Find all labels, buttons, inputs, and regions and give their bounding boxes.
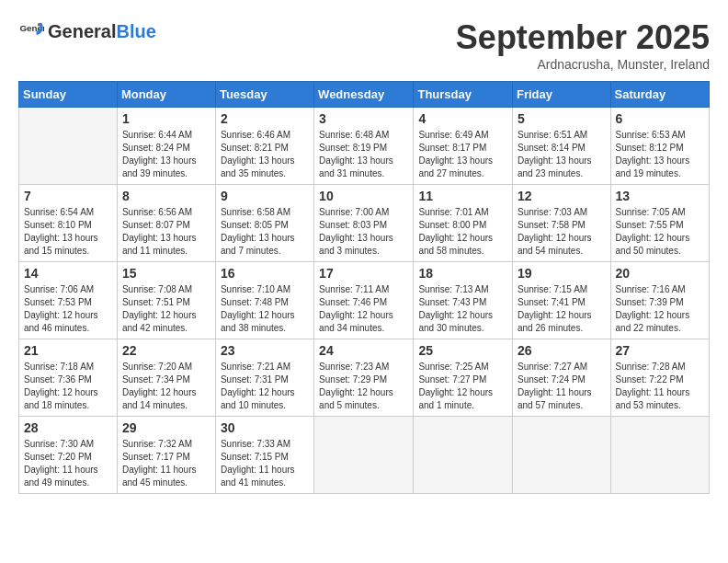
day-info: Sunrise: 7:15 AMSunset: 7:41 PMDaylight:… xyxy=(518,283,606,335)
calendar-cell: 28Sunrise: 7:30 AMSunset: 7:20 PMDayligh… xyxy=(19,417,118,494)
logo: General General Blue xyxy=(18,18,156,44)
day-number: 1 xyxy=(122,111,210,126)
day-number: 15 xyxy=(122,266,210,281)
calendar-cell: 12Sunrise: 7:03 AMSunset: 7:58 PMDayligh… xyxy=(513,185,611,262)
calendar-cell: 21Sunrise: 7:18 AMSunset: 7:36 PMDayligh… xyxy=(19,339,118,417)
day-number: 4 xyxy=(418,111,507,126)
day-number: 23 xyxy=(221,343,309,358)
day-number: 20 xyxy=(616,266,704,281)
day-info: Sunrise: 6:51 AMSunset: 8:14 PMDaylight:… xyxy=(518,129,606,180)
calendar-cell: 15Sunrise: 7:08 AMSunset: 7:51 PMDayligh… xyxy=(117,262,215,339)
calendar-cell: 23Sunrise: 7:21 AMSunset: 7:31 PMDayligh… xyxy=(215,339,313,417)
day-info: Sunrise: 7:27 AMSunset: 7:24 PMDaylight:… xyxy=(518,361,606,412)
calendar-cell: 10Sunrise: 7:00 AMSunset: 8:03 PMDayligh… xyxy=(314,185,414,262)
day-number: 8 xyxy=(122,189,210,203)
calendar-cell: 22Sunrise: 7:20 AMSunset: 7:34 PMDayligh… xyxy=(117,339,215,417)
weekday-header: Friday xyxy=(513,82,611,108)
day-info: Sunrise: 7:03 AMSunset: 7:58 PMDaylight:… xyxy=(518,206,606,258)
day-info: Sunrise: 7:05 AMSunset: 7:55 PMDaylight:… xyxy=(616,206,704,258)
day-number: 28 xyxy=(24,420,112,435)
calendar-cell xyxy=(414,417,513,494)
day-number: 14 xyxy=(24,266,112,281)
day-info: Sunrise: 7:13 AMSunset: 7:43 PMDaylight:… xyxy=(418,283,507,335)
calendar-cell: 8Sunrise: 6:56 AMSunset: 8:07 PMDaylight… xyxy=(117,185,215,262)
day-number: 18 xyxy=(418,266,507,281)
day-info: Sunrise: 6:44 AMSunset: 8:24 PMDaylight:… xyxy=(122,129,210,180)
calendar-cell: 13Sunrise: 7:05 AMSunset: 7:55 PMDayligh… xyxy=(610,185,709,262)
day-number: 5 xyxy=(518,111,606,126)
day-number: 7 xyxy=(24,189,112,203)
day-number: 10 xyxy=(319,189,408,203)
day-info: Sunrise: 6:53 AMSunset: 8:12 PMDaylight:… xyxy=(616,129,704,180)
day-info: Sunrise: 7:25 AMSunset: 7:27 PMDaylight:… xyxy=(418,361,507,412)
weekday-header: Sunday xyxy=(19,82,118,108)
logo-blue-text: Blue xyxy=(116,21,155,42)
day-info: Sunrise: 7:16 AMSunset: 7:39 PMDaylight:… xyxy=(616,283,704,335)
day-number: 29 xyxy=(122,420,210,435)
logo-icon: General xyxy=(18,18,44,44)
day-number: 30 xyxy=(221,420,309,435)
day-info: Sunrise: 7:32 AMSunset: 7:17 PMDaylight:… xyxy=(122,438,210,489)
day-info: Sunrise: 6:48 AMSunset: 8:19 PMDaylight:… xyxy=(319,129,408,180)
calendar-week-row: 21Sunrise: 7:18 AMSunset: 7:36 PMDayligh… xyxy=(19,339,710,417)
day-info: Sunrise: 7:33 AMSunset: 7:15 PMDaylight:… xyxy=(221,438,309,489)
weekday-header: Tuesday xyxy=(215,82,313,108)
calendar-week-row: 14Sunrise: 7:06 AMSunset: 7:53 PMDayligh… xyxy=(19,262,710,339)
day-number: 27 xyxy=(616,343,704,358)
calendar-cell: 20Sunrise: 7:16 AMSunset: 7:39 PMDayligh… xyxy=(610,262,709,339)
day-number: 3 xyxy=(319,111,408,126)
calendar-cell: 30Sunrise: 7:33 AMSunset: 7:15 PMDayligh… xyxy=(215,417,313,494)
day-info: Sunrise: 7:23 AMSunset: 7:29 PMDaylight:… xyxy=(319,361,408,412)
day-number: 11 xyxy=(418,189,507,203)
day-info: Sunrise: 7:28 AMSunset: 7:22 PMDaylight:… xyxy=(616,361,704,412)
calendar-table: SundayMondayTuesdayWednesdayThursdayFrid… xyxy=(18,81,710,494)
weekday-header: Monday xyxy=(117,82,215,108)
day-info: Sunrise: 7:18 AMSunset: 7:36 PMDaylight:… xyxy=(24,361,112,412)
day-number: 12 xyxy=(518,189,606,203)
calendar-cell: 6Sunrise: 6:53 AMSunset: 8:12 PMDaylight… xyxy=(610,108,709,185)
day-number: 26 xyxy=(518,343,606,358)
day-info: Sunrise: 6:49 AMSunset: 8:17 PMDaylight:… xyxy=(418,129,507,180)
day-info: Sunrise: 6:54 AMSunset: 8:10 PMDaylight:… xyxy=(24,206,112,258)
calendar-cell xyxy=(314,417,414,494)
day-number: 21 xyxy=(24,343,112,358)
day-number: 24 xyxy=(319,343,408,358)
calendar-cell: 14Sunrise: 7:06 AMSunset: 7:53 PMDayligh… xyxy=(19,262,118,339)
calendar-week-row: 28Sunrise: 7:30 AMSunset: 7:20 PMDayligh… xyxy=(19,417,710,494)
calendar-header-row: SundayMondayTuesdayWednesdayThursdayFrid… xyxy=(19,82,710,108)
calendar-cell: 4Sunrise: 6:49 AMSunset: 8:17 PMDaylight… xyxy=(414,108,513,185)
calendar-cell: 7Sunrise: 6:54 AMSunset: 8:10 PMDaylight… xyxy=(19,185,118,262)
day-info: Sunrise: 7:21 AMSunset: 7:31 PMDaylight:… xyxy=(221,361,309,412)
calendar-week-row: 1Sunrise: 6:44 AMSunset: 8:24 PMDaylight… xyxy=(19,108,710,185)
day-number: 25 xyxy=(418,343,507,358)
calendar-cell: 26Sunrise: 7:27 AMSunset: 7:24 PMDayligh… xyxy=(513,339,611,417)
day-info: Sunrise: 7:08 AMSunset: 7:51 PMDaylight:… xyxy=(122,283,210,335)
day-info: Sunrise: 7:30 AMSunset: 7:20 PMDaylight:… xyxy=(24,438,112,489)
weekday-header: Saturday xyxy=(610,82,709,108)
calendar-cell: 25Sunrise: 7:25 AMSunset: 7:27 PMDayligh… xyxy=(414,339,513,417)
day-info: Sunrise: 7:01 AMSunset: 8:00 PMDaylight:… xyxy=(418,206,507,258)
calendar-cell: 19Sunrise: 7:15 AMSunset: 7:41 PMDayligh… xyxy=(513,262,611,339)
day-info: Sunrise: 7:06 AMSunset: 7:53 PMDaylight:… xyxy=(24,283,112,335)
calendar-cell: 27Sunrise: 7:28 AMSunset: 7:22 PMDayligh… xyxy=(610,339,709,417)
calendar-cell xyxy=(610,417,709,494)
calendar-cell: 17Sunrise: 7:11 AMSunset: 7:46 PMDayligh… xyxy=(314,262,414,339)
calendar-cell: 18Sunrise: 7:13 AMSunset: 7:43 PMDayligh… xyxy=(414,262,513,339)
day-number: 16 xyxy=(221,266,309,281)
logo-general-text: General xyxy=(48,21,116,42)
calendar-cell: 3Sunrise: 6:48 AMSunset: 8:19 PMDaylight… xyxy=(314,108,414,185)
calendar-cell: 5Sunrise: 6:51 AMSunset: 8:14 PMDaylight… xyxy=(513,108,611,185)
calendar-cell: 9Sunrise: 6:58 AMSunset: 8:05 PMDaylight… xyxy=(215,185,313,262)
day-number: 9 xyxy=(221,189,309,203)
weekday-header: Thursday xyxy=(414,82,513,108)
calendar-cell: 11Sunrise: 7:01 AMSunset: 8:00 PMDayligh… xyxy=(414,185,513,262)
calendar-week-row: 7Sunrise: 6:54 AMSunset: 8:10 PMDaylight… xyxy=(19,185,710,262)
day-number: 13 xyxy=(616,189,704,203)
day-number: 6 xyxy=(616,111,704,126)
day-number: 22 xyxy=(122,343,210,358)
weekday-header: Wednesday xyxy=(314,82,414,108)
day-info: Sunrise: 6:58 AMSunset: 8:05 PMDaylight:… xyxy=(221,206,309,258)
day-info: Sunrise: 6:56 AMSunset: 8:07 PMDaylight:… xyxy=(122,206,210,258)
calendar-cell xyxy=(513,417,611,494)
location-subtitle: Ardnacrusha, Munster, Ireland xyxy=(456,57,710,72)
